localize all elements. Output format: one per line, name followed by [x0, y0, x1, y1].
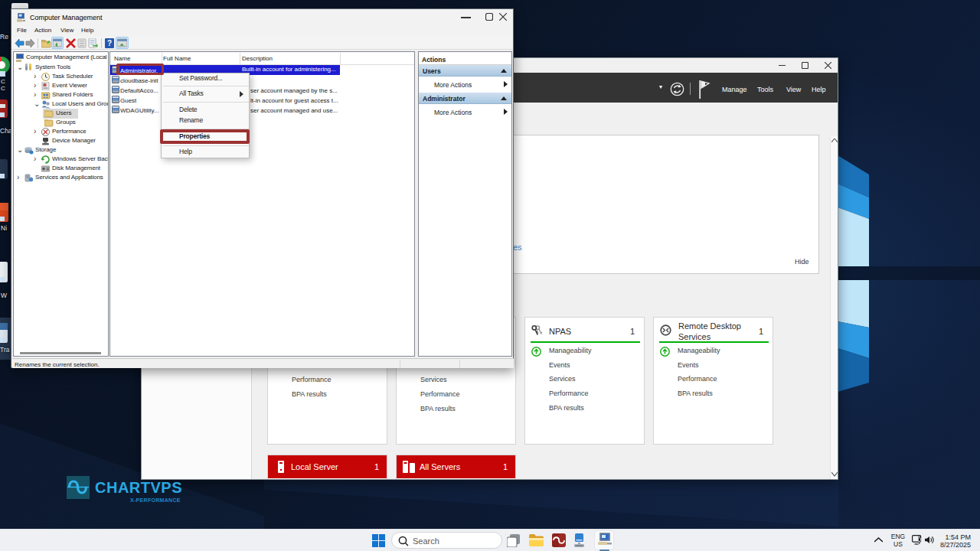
svg-text:?: ? [107, 39, 112, 47]
svg-text:X-PERFORMANCE: X-PERFORMANCE [130, 497, 181, 503]
svg-text:CHARTVPS: CHARTVPS [95, 479, 182, 496]
